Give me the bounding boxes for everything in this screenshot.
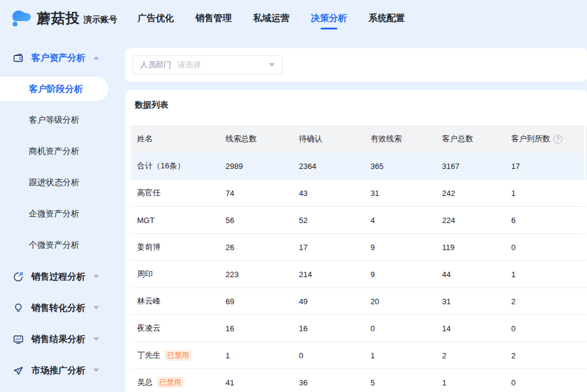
table-row: 林云峰 69 49 20 31 2 xyxy=(131,288,584,315)
col-header-customer-arrivals: 客户到所数 ? xyxy=(505,133,584,144)
nav-tab-decision-analysis[interactable]: 决策分析 xyxy=(300,0,358,36)
disabled-badge: 已禁用 xyxy=(165,350,191,361)
cell-customer-arrivals: 6 xyxy=(505,216,584,225)
table-row: 姜前博 26 17 9 119 0 xyxy=(131,234,584,261)
sidebar-item-followup-status-analysis[interactable]: 跟进状态分析 xyxy=(0,167,120,198)
cell-customer-arrivals: 1 xyxy=(505,189,584,198)
cell-total-customers: 119 xyxy=(436,243,505,252)
cell-name: 夜凌云 xyxy=(131,323,220,334)
chevron-down-icon xyxy=(269,63,275,67)
select-label: 人员部门 xyxy=(140,60,171,70)
nav-tab-system-config[interactable]: 系统配置 xyxy=(358,0,416,36)
sidebar-group-market-promotion[interactable]: 市场推广分析 xyxy=(0,355,120,386)
cell-pending: 36 xyxy=(293,378,364,387)
sidebar-item-label: 客户等级分析 xyxy=(29,115,79,126)
nav-tab-label: 广告优化 xyxy=(138,13,174,24)
cell-valid-leads: 20 xyxy=(364,297,436,306)
table-row: 夜凌云 16 16 0 14 0 xyxy=(131,315,584,342)
brand-account-label: 演示账号 xyxy=(84,14,117,25)
nav-tab-sales-management[interactable]: 销售管理 xyxy=(185,0,242,36)
nav-tab-ad-optimization[interactable]: 广告优化 xyxy=(127,0,185,36)
table-row: 丁先生 已禁用 1 0 1 2 2 xyxy=(131,342,584,369)
table-row: 周印 223 214 9 44 1 xyxy=(131,261,584,288)
cell-total-leads: 69 xyxy=(220,297,293,306)
sidebar-item-label: 个微资产分析 xyxy=(29,240,79,251)
chevron-down-icon xyxy=(93,275,99,278)
cell-valid-leads: 5 xyxy=(364,378,436,387)
department-select[interactable]: 人员部门 请选择 xyxy=(132,55,283,75)
wallet-icon xyxy=(12,52,24,64)
cell-name: 合计（16条） xyxy=(131,161,220,171)
col-header-total-leads: 线索总数 xyxy=(220,133,293,144)
sidebar-item-wecom-asset-analysis[interactable]: 企微资产分析 xyxy=(0,198,120,230)
sidebar-item-customer-level-analysis[interactable]: 客户等级分析 xyxy=(0,105,120,136)
data-list-card: 数据列表 姓名 线索总数 待确认 有效线索 客户总数 客户到所数 ? 合计（16 xyxy=(125,90,587,392)
brand[interactable]: 蘑菇投 演示账号 xyxy=(0,8,117,28)
chevron-down-icon xyxy=(93,306,99,310)
cell-total-customers: 1 xyxy=(436,378,505,387)
cell-valid-leads: 1 xyxy=(364,351,436,360)
table-header-row: 姓名 线索总数 待确认 有效线索 客户总数 客户到所数 ? xyxy=(131,125,584,153)
cell-total-leads: 41 xyxy=(220,378,293,387)
cell-valid-leads: 9 xyxy=(364,243,436,252)
monitor-chart-icon xyxy=(12,333,24,345)
select-placeholder: 请选择 xyxy=(177,60,201,70)
cell-total-leads: 16 xyxy=(220,324,293,333)
cell-customer-arrivals: 1 xyxy=(505,270,584,279)
pie-chart-icon xyxy=(12,271,24,283)
cell-total-leads: 2989 xyxy=(220,162,293,171)
sidebar-item-label: 商机资产分析 xyxy=(29,146,79,157)
nav-tab-label: 决策分析 xyxy=(311,13,347,24)
sidebar-item-wechat-asset-analysis[interactable]: 个微资产分析 xyxy=(0,230,120,261)
primary-nav: 广告优化 销售管理 私域运营 决策分析 系统配置 xyxy=(127,0,416,36)
cell-customer-arrivals: 17 xyxy=(505,162,584,171)
paper-plane-icon xyxy=(12,364,24,376)
content-area: 人员部门 请选择 数据列表 姓名 线索总数 待确认 有效线索 客户总数 客户到所… xyxy=(120,36,587,392)
nav-tab-private-domain[interactable]: 私域运营 xyxy=(242,0,300,36)
nav-tab-label: 私域运营 xyxy=(253,13,289,24)
sidebar-item-label: 客户阶段分析 xyxy=(29,84,83,95)
table-row-summary: 合计（16条） 2989 2364 365 3167 17 xyxy=(131,153,584,180)
help-icon[interactable]: ? xyxy=(553,135,562,144)
lightbulb-icon xyxy=(12,302,24,314)
cell-pending: 0 xyxy=(293,351,364,360)
sidebar-group-sales-results[interactable]: 销售结果分析 xyxy=(0,323,120,355)
disabled-badge: 已禁用 xyxy=(157,377,183,388)
sidebar-item-customer-stage-analysis[interactable]: 客户阶段分析 xyxy=(0,77,108,101)
cell-name: 丁先生 已禁用 xyxy=(131,350,220,361)
cell-pending: 2364 xyxy=(293,162,364,171)
cell-customer-arrivals: 0 xyxy=(505,243,584,252)
nav-tab-label: 销售管理 xyxy=(195,13,232,24)
cell-total-customers: 44 xyxy=(436,270,505,279)
col-header-total-customers: 客户总数 xyxy=(436,133,505,144)
cell-name-text: 吴总 xyxy=(137,377,153,388)
cell-valid-leads: 365 xyxy=(364,162,436,171)
cell-pending: 214 xyxy=(293,270,364,279)
cell-valid-leads: 0 xyxy=(364,324,436,333)
cell-total-customers: 2 xyxy=(436,351,505,360)
cell-total-leads: 56 xyxy=(220,216,293,225)
list-title: 数据列表 xyxy=(135,100,587,111)
cell-pending: 43 xyxy=(293,189,364,198)
brand-name: 蘑菇投 xyxy=(37,9,80,28)
cell-total-customers: 3167 xyxy=(436,162,505,171)
sidebar-group-sales-process[interactable]: 销售过程分析 xyxy=(0,261,120,292)
data-table: 姓名 线索总数 待确认 有效线索 客户总数 客户到所数 ? 合计（16条） 29… xyxy=(131,125,587,392)
cell-pending: 49 xyxy=(293,297,364,306)
brand-logo-cloud-icon xyxy=(8,8,32,28)
cell-total-leads: 1 xyxy=(220,351,293,360)
sidebar-item-opportunity-asset-analysis[interactable]: 商机资产分析 xyxy=(0,136,120,167)
table-row: 高官任 74 43 31 242 1 xyxy=(131,180,584,207)
sidebar-group-sales-conversion[interactable]: 销售转化分析 xyxy=(0,292,120,323)
cell-name: 周印 xyxy=(131,269,220,280)
cell-total-customers: 31 xyxy=(436,297,505,306)
table-row: MGT 56 52 4 224 6 xyxy=(131,207,584,234)
sidebar-group-customer-assets[interactable]: 客户资产分析 xyxy=(0,42,120,73)
nav-tab-label: 系统配置 xyxy=(369,13,405,24)
sidebar-group-label: 客户资产分析 xyxy=(31,52,85,64)
cell-valid-leads: 31 xyxy=(364,189,436,198)
cell-name: 高官任 xyxy=(131,188,220,198)
col-header-pending: 待确认 xyxy=(293,133,364,144)
col-header-name: 姓名 xyxy=(131,133,220,144)
cell-total-customers: 242 xyxy=(436,189,505,198)
